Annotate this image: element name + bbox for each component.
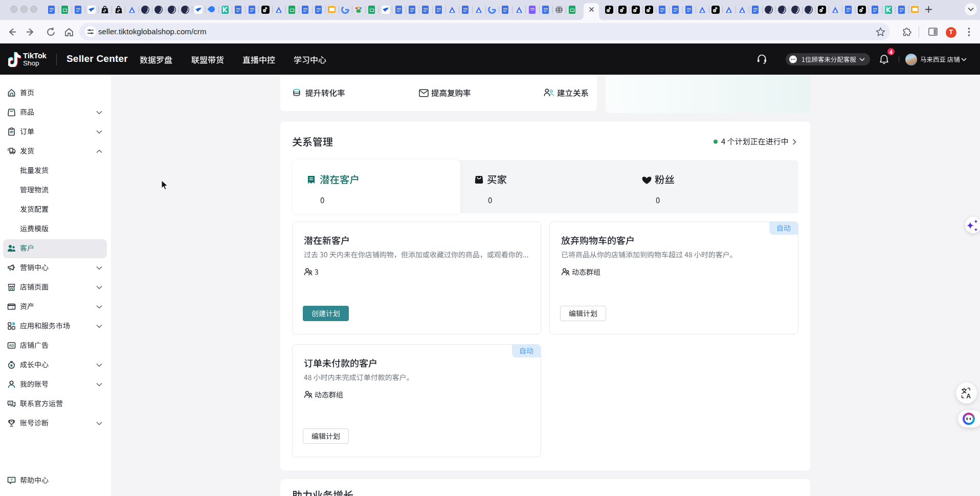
svg-text:A: A [966,393,971,399]
svg-text:AD: AD [9,344,14,347]
svg-text:?: ? [10,478,13,482]
